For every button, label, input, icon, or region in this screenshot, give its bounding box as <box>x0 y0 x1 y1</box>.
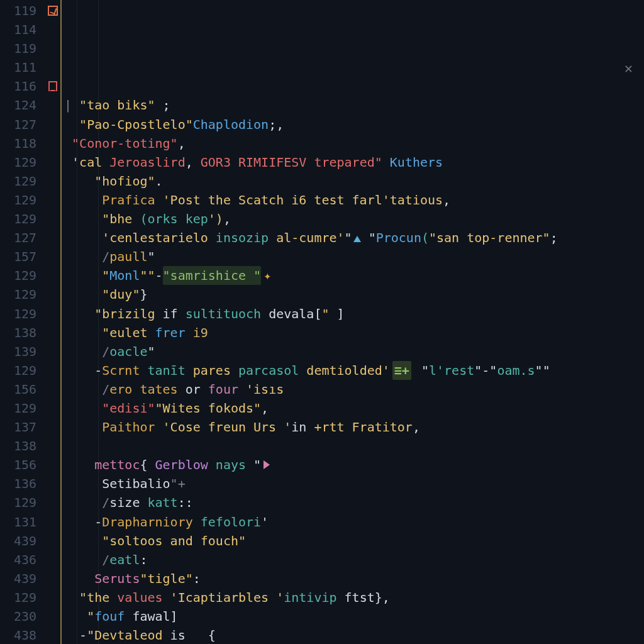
token: - <box>79 626 87 644</box>
line-number[interactable]: 129 <box>0 285 36 304</box>
token: ero tates <box>109 380 177 399</box>
line-number[interactable]: 116 <box>0 77 36 96</box>
gutter-marks[interactable] <box>44 0 62 644</box>
code-line[interactable]: /size katt:: <box>64 493 644 512</box>
line-number[interactable]: 157 <box>0 247 36 266</box>
line-number[interactable]: 129 <box>0 361 36 380</box>
token: / <box>102 342 109 361</box>
token: " <box>345 228 352 247</box>
code-line[interactable]: /paull" <box>64 247 644 266</box>
token: ' <box>261 513 269 531</box>
token: "brizilg <box>94 304 162 323</box>
close-icon[interactable]: ✕ <box>625 59 633 78</box>
code-line[interactable]: Setibalio"+ <box>64 474 644 493</box>
token: 'isıs <box>246 380 284 399</box>
line-number[interactable]: 129 <box>0 399 36 418</box>
token: Setibalio <box>102 474 170 493</box>
token: GOR3 RIMIIFESV trepared" <box>201 153 382 172</box>
line-number[interactable]: 129 <box>0 266 36 285</box>
code-line[interactable]: -Scrnt tanīt pares parcasol demtiolded'≡… <box>64 361 644 380</box>
line-number[interactable]: 131 <box>0 513 36 531</box>
token: . <box>155 172 163 191</box>
line-number[interactable]: 230 <box>0 607 36 626</box>
code-line[interactable]: "Monl""-"samrishice "✦ <box>64 266 644 285</box>
token: "" <box>140 266 155 285</box>
token: "Wites fokods" <box>155 399 262 418</box>
code-line[interactable]: Prafica 'Post the Scatch i6 test farl'ta… <box>64 191 644 209</box>
token <box>64 531 102 550</box>
line-number[interactable]: 129 <box>0 304 36 323</box>
code-line[interactable]: "fouf fawal] <box>64 607 644 626</box>
line-number[interactable]: 156 <box>0 380 36 399</box>
code-line[interactable]: Paithor 'Cose freun Urs 'in +rtt Fratito… <box>64 418 644 436</box>
line-number[interactable]: 436 <box>0 550 36 569</box>
code-line[interactable]: "edisi""Wites fokods", <box>64 399 644 418</box>
line-number[interactable]: 127 <box>0 228 36 247</box>
code-line[interactable]: "soltoos and fouch" <box>64 531 644 550</box>
code-line[interactable]: "hofiog". <box>64 172 644 191</box>
code-line[interactable]: -Drapharniory fefolori' <box>64 513 644 531</box>
line-number[interactable]: 139 <box>0 342 36 361</box>
line-number[interactable]: 124 <box>0 96 36 114</box>
line-number[interactable]: 111 <box>0 58 36 77</box>
line-number[interactable]: 129 <box>0 191 36 209</box>
token: size <box>109 493 147 512</box>
line-number[interactable]: 129 <box>0 588 36 607</box>
token: Drapharniory <box>102 513 201 531</box>
code-line[interactable]: mettoc{ Gerblow nays " <box>64 455 644 474</box>
token: " <box>87 607 94 626</box>
token: , <box>223 209 231 228</box>
token: Jeroaslird <box>109 153 185 172</box>
code-line[interactable]: "bhe (orks kep'), <box>64 209 644 228</box>
code-line[interactable]: -"Devtaleod is { <box>64 626 644 644</box>
code-line[interactable]: "Pao-Cpostlelo"Chaplodion;, <box>64 115 644 134</box>
line-number[interactable]: 119 <box>0 1 36 20</box>
code-line[interactable]: "Conor-toting", <box>64 134 644 153</box>
token: "san top-renner" <box>429 228 550 247</box>
line-number[interactable]: 138 <box>0 323 36 342</box>
line-number[interactable]: 137 <box>0 418 36 436</box>
token <box>64 304 94 323</box>
code-line[interactable] <box>64 436 644 455</box>
line-number[interactable]: 129 <box>0 209 36 228</box>
code-area[interactable]: | "tao biks" ; "Pao-Cpostlelo"Chaplodion… <box>62 0 644 644</box>
line-number[interactable]: 439 <box>0 531 36 550</box>
code-line[interactable]: "the values 'Icaptiarbles 'intivip ftst}… <box>64 588 644 607</box>
code-line[interactable]: Seruts"tigle": <box>64 569 644 588</box>
line-number[interactable]: 439 <box>0 569 36 588</box>
code-line[interactable]: "duy"} <box>64 285 644 304</box>
line-number[interactable]: 156 <box>0 455 36 474</box>
token <box>64 134 72 153</box>
breakpoint-icon[interactable] <box>48 6 58 16</box>
code-line[interactable]: "brizilg if sultituoch devala[" ] <box>64 304 644 323</box>
line-number[interactable]: 129 <box>0 172 36 191</box>
line-number[interactable]: 119 <box>0 39 36 58</box>
line-number-gutter[interactable]: 1191141191111161241271181291291291291271… <box>0 0 44 644</box>
token: Seruts <box>94 569 140 588</box>
line-number[interactable]: 114 <box>0 20 36 39</box>
line-number[interactable]: 129 <box>0 153 36 172</box>
token: Procun <box>376 228 421 247</box>
token <box>64 323 102 342</box>
line-number[interactable]: 129 <box>0 493 36 512</box>
token <box>64 418 102 436</box>
code-line[interactable]: /eatl: <box>64 550 644 569</box>
code-editor[interactable]: 1191141191111161241271181291291291291271… <box>0 0 644 644</box>
token <box>64 474 102 493</box>
token: / <box>102 493 109 512</box>
code-line[interactable]: | "tao biks" ; <box>64 96 644 114</box>
code-line[interactable]: /oacle" <box>64 342 644 361</box>
code-line[interactable]: 'cenlestarielo insozip al-cumre'" "Procu… <box>64 228 644 247</box>
code-line[interactable]: 'cal Jeroaslird, GOR3 RIMIIFESV trepared… <box>64 153 644 172</box>
line-number[interactable]: 136 <box>0 474 36 493</box>
line-number[interactable]: 118 <box>0 134 36 153</box>
bookmark-icon[interactable] <box>48 81 57 91</box>
code-line[interactable]: "eulet frer i9 <box>64 323 644 342</box>
token: demtiolded' <box>299 361 390 380</box>
token: "+ <box>170 474 186 493</box>
line-number[interactable]: 438 <box>0 626 36 644</box>
code-line[interactable]: /ero tates or four 'isıs <box>64 380 644 399</box>
line-number[interactable]: 138 <box>0 436 36 455</box>
line-number[interactable]: 127 <box>0 115 36 134</box>
token: values <box>117 588 170 607</box>
